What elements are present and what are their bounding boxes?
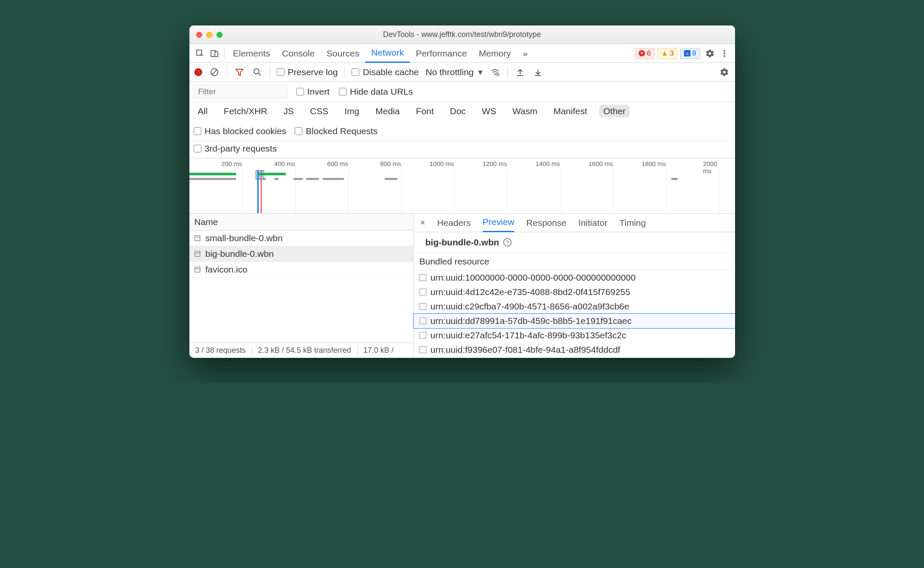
type-chip-wasm[interactable]: Wasm — [508, 105, 542, 118]
timeline-tick: 600 ms — [327, 160, 348, 167]
tab-console[interactable]: Console — [276, 44, 321, 63]
tab-network[interactable]: Network — [365, 44, 410, 63]
warnings-badge[interactable]: ▲3 — [657, 48, 678, 59]
bundled-resource-item[interactable]: urn:uuid:dd78991a-57db-459c-b8b5-1e191f9… — [414, 314, 735, 328]
document-icon — [420, 303, 426, 310]
timeline-overview[interactable]: 200 ms400 ms600 ms800 ms1000 ms1200 ms14… — [189, 158, 735, 214]
zoom-window-button[interactable] — [217, 32, 223, 38]
search-icon[interactable] — [252, 68, 263, 76]
bundled-resource-list: urn:uuid:10000000-0000-0000-0000-0000000… — [414, 270, 735, 357]
status-bar: 3 / 38 requests 2.3 kB / 54.5 kB transfe… — [189, 343, 413, 358]
timeline-tick: 1200 ms — [482, 160, 507, 167]
type-chip-fetchxhr[interactable]: Fetch/XHR — [220, 105, 272, 118]
filter-funnel-icon[interactable] — [234, 68, 245, 76]
content-split: Name small-bundle-0.wbnbig-bundle-0.wbnf… — [189, 214, 735, 358]
type-chip-manifest[interactable]: Manifest — [549, 105, 591, 118]
bundled-resource-item[interactable]: urn:uuid:e27afc54-171b-4afc-899b-93b135e… — [414, 328, 735, 343]
document-icon — [420, 318, 426, 324]
type-chip-other[interactable]: Other — [599, 105, 630, 118]
traffic-lights — [189, 32, 223, 38]
bundled-resource-item[interactable]: urn:uuid:10000000-0000-0000-0000-0000000… — [414, 270, 735, 285]
svg-line-7 — [212, 70, 217, 74]
tab-more[interactable]: » — [517, 44, 534, 63]
detail-tab-timing[interactable]: Timing — [620, 214, 646, 232]
main-tabbar: ElementsConsoleSourcesNetworkPerformance… — [189, 44, 735, 63]
disable-cache-checkbox[interactable]: Disable cache — [352, 67, 419, 77]
third-party-row: 3rd-party requests — [189, 141, 735, 158]
request-list-pane: Name small-bundle-0.wbnbig-bundle-0.wbnf… — [189, 214, 414, 358]
section-heading: Bundled resource — [414, 253, 735, 270]
svg-rect-2 — [215, 52, 218, 56]
type-chip-ws[interactable]: WS — [478, 105, 501, 118]
name-column-header[interactable]: Name — [189, 214, 413, 231]
tab-memory[interactable]: Memory — [473, 44, 517, 63]
type-filter-row: AllFetch/XHRJSCSSImgMediaFontDocWSWasmMa… — [189, 102, 735, 141]
record-button[interactable] — [194, 68, 202, 76]
download-har-icon[interactable] — [532, 68, 544, 76]
type-chip-doc[interactable]: Doc — [446, 105, 470, 118]
timeline-tick: 800 ms — [380, 160, 401, 167]
svg-rect-18 — [195, 267, 200, 272]
timeline-tick: 1600 ms — [589, 160, 613, 167]
titlebar: DevTools - www.jefftk.com/test/wbn9/prot… — [189, 25, 735, 44]
message-icon: ≡ — [684, 50, 690, 56]
document-icon — [420, 274, 426, 281]
detail-pane: × HeadersPreviewResponseInitiatorTiming … — [414, 214, 735, 358]
filter-input[interactable] — [194, 85, 287, 98]
help-icon[interactable]: ? — [503, 238, 512, 247]
svg-rect-14 — [195, 236, 200, 241]
hide-data-urls-checkbox[interactable]: Hide data URLs — [339, 87, 413, 97]
svg-point-5 — [724, 55, 725, 57]
timeline-tick: 1800 ms — [642, 160, 666, 167]
type-chip-font[interactable]: Font — [411, 105, 438, 118]
request-row[interactable]: favicon.ico — [189, 262, 413, 278]
document-icon — [420, 346, 426, 353]
device-toolbar-icon[interactable] — [207, 49, 222, 58]
type-chip-img[interactable]: Img — [340, 105, 363, 118]
type-chip-media[interactable]: Media — [371, 105, 404, 118]
svg-point-3 — [724, 50, 725, 52]
type-chip-js[interactable]: JS — [279, 105, 299, 118]
invert-checkbox[interactable]: Invert — [296, 87, 330, 97]
window-title: DevTools - www.jefftk.com/test/wbn9/prot… — [189, 30, 735, 39]
svg-point-11 — [496, 73, 499, 76]
detail-tab-preview[interactable]: Preview — [483, 214, 515, 232]
preserve-log-checkbox[interactable]: Preserve log — [277, 67, 338, 77]
svg-point-10 — [494, 73, 496, 75]
request-row[interactable]: big-bundle-0.wbn — [189, 246, 413, 262]
tab-elements[interactable]: Elements — [227, 44, 276, 63]
close-detail-icon[interactable]: × — [418, 218, 428, 228]
warning-icon: ▲ — [661, 49, 668, 58]
tab-performance[interactable]: Performance — [410, 44, 473, 63]
request-row[interactable]: small-bundle-0.wbn — [189, 231, 413, 246]
type-chip-all[interactable]: All — [194, 105, 212, 118]
settings-gear-icon[interactable] — [703, 49, 717, 58]
preview-filename: big-bundle-0.wbn — [425, 237, 499, 247]
detail-tab-response[interactable]: Response — [526, 214, 566, 232]
filter-row: Invert Hide data URLs — [189, 82, 735, 102]
close-window-button[interactable] — [196, 32, 202, 38]
type-chip-css[interactable]: CSS — [306, 105, 332, 118]
inspect-element-icon[interactable] — [193, 49, 207, 58]
svg-point-4 — [724, 53, 725, 54]
kebab-menu-icon[interactable] — [717, 49, 732, 58]
bundled-resource-item[interactable]: urn:uuid:f9396e07-f081-4bfe-94a1-a8f954f… — [414, 343, 735, 357]
upload-har-icon[interactable] — [515, 68, 526, 76]
panel-settings-icon[interactable] — [719, 67, 730, 77]
third-party-checkbox[interactable]: 3rd-party requests — [194, 143, 731, 154]
bundled-resource-item[interactable]: urn:uuid:4d12c42e-e735-4088-8bd2-0f415f7… — [414, 285, 735, 299]
throttling-select[interactable]: No throttling ▾ — [425, 67, 482, 77]
network-conditions-wifi-icon[interactable] — [490, 67, 501, 77]
error-icon: ✕ — [639, 50, 645, 56]
timeline-tick: 1000 ms — [430, 160, 454, 167]
blocked-requests-checkbox[interactable]: Blocked Requests — [295, 126, 377, 136]
clear-icon[interactable] — [209, 67, 220, 77]
bundled-resource-item[interactable]: urn:uuid:c29cfba7-490b-4571-8656-a002a9f… — [414, 299, 735, 314]
tab-sources[interactable]: Sources — [321, 44, 365, 63]
detail-tab-initiator[interactable]: Initiator — [578, 214, 608, 232]
errors-badge[interactable]: ✕6 — [635, 48, 654, 59]
detail-tab-headers[interactable]: Headers — [437, 214, 470, 232]
messages-badge[interactable]: ≡9 — [680, 48, 700, 59]
has-blocked-cookies-checkbox[interactable]: Has blocked cookies — [194, 126, 287, 136]
minimize-window-button[interactable] — [206, 32, 212, 38]
